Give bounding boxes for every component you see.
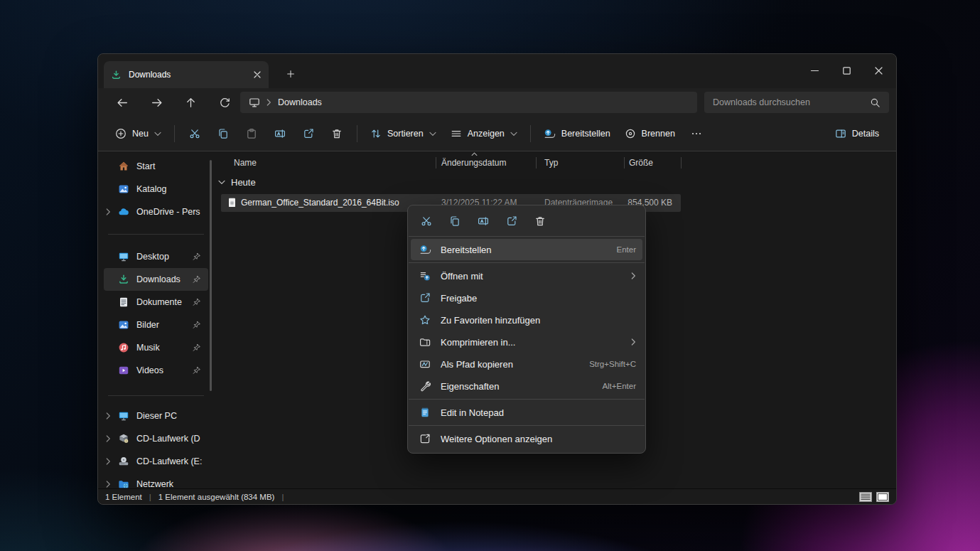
menu-item-freigabe[interactable]: Freigabe bbox=[411, 287, 642, 309]
menu-item-oeffnen-mit[interactable]: Öffnen mit bbox=[411, 265, 642, 287]
tab-close-icon[interactable] bbox=[253, 70, 262, 79]
column-header-name[interactable]: Name bbox=[234, 158, 257, 168]
trash-icon bbox=[534, 215, 546, 227]
sidebar-item-videos[interactable]: Videos bbox=[104, 359, 208, 382]
sidebar-item-bilder[interactable]: Bilder bbox=[104, 314, 208, 336]
menu-item-zu-favoriten[interactable]: Zu Favoriten hinzufügen bbox=[411, 309, 642, 331]
tab-title: Downloads bbox=[129, 70, 171, 80]
sidebar-item-start[interactable]: Start bbox=[104, 155, 208, 178]
up-button[interactable] bbox=[173, 90, 208, 114]
window-controls bbox=[799, 54, 895, 87]
mount-button[interactable]: Bereitstellen bbox=[537, 122, 618, 146]
chevron-right-icon[interactable] bbox=[106, 412, 111, 419]
menu-item-bereitstellen[interactable]: Bereitstellen Enter bbox=[411, 239, 642, 260]
mount-label: Bereitstellen bbox=[561, 129, 610, 139]
sidebar-item-onedrive[interactable]: OneDrive - Pers bbox=[104, 200, 208, 223]
chevron-right-icon[interactable] bbox=[266, 99, 271, 106]
paste-button[interactable] bbox=[237, 122, 266, 146]
details-pane-button[interactable]: Details bbox=[828, 122, 886, 146]
minimize-button[interactable] bbox=[799, 54, 831, 87]
address-bar[interactable]: Downloads bbox=[240, 92, 697, 113]
sidebar-item-dokumente[interactable]: Dokumente bbox=[104, 291, 208, 314]
chevron-right-icon[interactable] bbox=[106, 481, 111, 488]
menu-item-eigenschaften[interactable]: Eigenschaften Alt+Enter bbox=[411, 375, 642, 397]
navigation-bar: Downloads Downloads durchsuchen bbox=[98, 88, 896, 117]
menu-item-komprimieren[interactable]: Komprimieren in... bbox=[411, 331, 642, 353]
mount-icon bbox=[544, 128, 556, 139]
column-divider[interactable] bbox=[681, 157, 682, 168]
forward-button[interactable] bbox=[139, 90, 173, 114]
sort-ascending-icon bbox=[471, 152, 478, 156]
sidebar-scrollbar[interactable] bbox=[210, 160, 212, 391]
menu-item-als-pfad-kopieren[interactable]: Als Pfad kopieren Strg+Shift+C bbox=[411, 353, 642, 375]
sort-button[interactable]: Sortieren bbox=[363, 122, 443, 146]
column-divider[interactable] bbox=[436, 157, 436, 168]
chevron-right-icon bbox=[631, 272, 636, 279]
thumbnail-view-icon bbox=[876, 492, 889, 502]
sidebar-item-cd-laufwerk-e[interactable]: CD-Laufwerk (E: bbox=[104, 450, 208, 473]
view-button[interactable]: Anzeigen bbox=[443, 122, 524, 146]
sidebar-item-desktop[interactable]: Desktop bbox=[104, 245, 208, 268]
share-button[interactable] bbox=[499, 210, 524, 232]
toolbar-divider bbox=[530, 125, 531, 142]
burn-button[interactable]: Brennen bbox=[618, 122, 682, 146]
file-name: German_Office_Standard_2016_64Bit.iso bbox=[241, 198, 399, 208]
sidebar-item-netzwerk[interactable]: Netzwerk bbox=[104, 473, 208, 488]
column-header-date[interactable]: Änderungsdatum bbox=[441, 158, 506, 168]
chevron-right-icon[interactable] bbox=[106, 435, 111, 442]
group-header-heute[interactable]: Heute bbox=[214, 177, 256, 188]
menu-divider bbox=[409, 236, 645, 237]
sort-label: Sortieren bbox=[387, 129, 424, 139]
tab-downloads[interactable]: Downloads bbox=[104, 61, 269, 88]
menu-item-weitere-optionen[interactable]: Weitere Optionen anzeigen bbox=[411, 428, 642, 449]
share-icon bbox=[417, 292, 433, 304]
breadcrumb: Downloads bbox=[278, 97, 322, 107]
sidebar-item-downloads[interactable]: Downloads bbox=[104, 268, 208, 291]
chevron-right-icon[interactable] bbox=[106, 208, 111, 215]
column-header-size[interactable]: Größe bbox=[629, 158, 653, 168]
desktop-icon bbox=[118, 251, 129, 262]
column-divider[interactable] bbox=[536, 157, 537, 168]
search-input[interactable]: Downloads durchsuchen bbox=[704, 92, 889, 113]
new-tab-button[interactable] bbox=[281, 65, 300, 83]
copy-button[interactable] bbox=[209, 122, 237, 146]
close-button[interactable] bbox=[863, 54, 895, 87]
view-label: Anzeigen bbox=[468, 129, 505, 139]
delete-button[interactable] bbox=[323, 122, 351, 146]
sort-icon bbox=[370, 128, 382, 139]
thumbnail-view-button[interactable] bbox=[876, 492, 889, 502]
more-options-button[interactable] bbox=[682, 122, 711, 146]
pin-icon bbox=[192, 321, 201, 329]
back-button[interactable] bbox=[105, 90, 139, 114]
copy-button[interactable] bbox=[442, 210, 468, 232]
sidebar-item-cd-laufwerk-d[interactable]: CD-Laufwerk (D bbox=[104, 427, 208, 450]
pin-icon bbox=[192, 298, 201, 306]
column-divider[interactable] bbox=[624, 157, 625, 168]
this-pc-icon bbox=[249, 97, 260, 108]
sidebar-item-dieser-pc[interactable]: Dieser PC bbox=[104, 405, 208, 427]
refresh-button[interactable] bbox=[208, 90, 242, 114]
rename-button[interactable] bbox=[266, 122, 294, 146]
delete-button[interactable] bbox=[527, 210, 553, 232]
download-icon bbox=[118, 274, 129, 285]
sidebar-item-katalog[interactable]: Katalog bbox=[104, 178, 208, 200]
chevron-down-icon[interactable] bbox=[218, 180, 225, 185]
sidebar-item-musik[interactable]: Musik bbox=[104, 336, 208, 359]
chevron-right-icon[interactable] bbox=[106, 458, 111, 465]
menu-item-edit-in-notepad[interactable]: Edit in Notepad bbox=[411, 402, 642, 423]
toolbar-divider bbox=[357, 125, 357, 142]
iso-drive-icon bbox=[118, 433, 129, 444]
shortcut: Strg+Shift+C bbox=[589, 360, 636, 368]
context-menu: Bereitstellen Enter Öffnen mit Freigabe … bbox=[407, 205, 646, 454]
list-view-icon bbox=[859, 492, 872, 502]
share-button[interactable] bbox=[294, 122, 323, 146]
details-view-button[interactable] bbox=[859, 492, 872, 502]
cut-button[interactable] bbox=[181, 122, 209, 146]
column-header-type[interactable]: Typ bbox=[544, 158, 558, 168]
pictures-icon bbox=[118, 319, 129, 331]
rename-button[interactable] bbox=[470, 210, 496, 232]
new-button[interactable]: Neu bbox=[108, 122, 168, 146]
ellipsis-icon bbox=[691, 128, 702, 139]
maximize-button[interactable] bbox=[831, 54, 863, 87]
cut-button[interactable] bbox=[414, 210, 439, 232]
